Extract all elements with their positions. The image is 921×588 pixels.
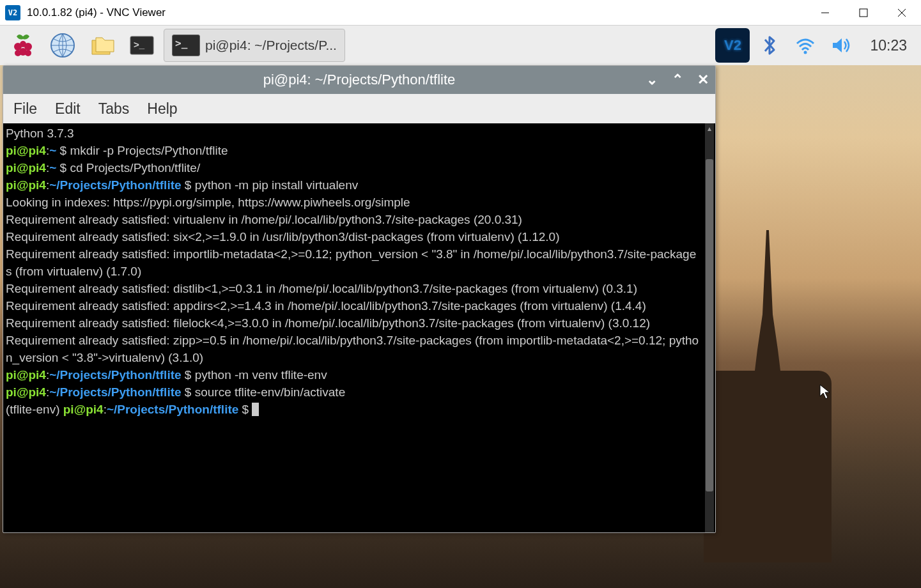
web-browser-launcher[interactable]: [45, 29, 81, 62]
vnc-viewer-icon: V2: [5, 5, 20, 20]
svg-point-3: [20, 41, 26, 47]
bluetooth-tray-icon[interactable]: [754, 29, 786, 61]
windows-title-text: 10.0.1.82 (pi4) - VNC Viewer: [27, 6, 166, 19]
svg-point-5: [15, 50, 21, 56]
terminal-menu-edit[interactable]: Edit: [55, 100, 81, 118]
terminal-text[interactable]: Python 3.7.3 pi@pi4:~ $ mkdir -p Project…: [3, 123, 704, 419]
terminal-title-text: pi@pi4: ~/Projects/Python/tflite: [263, 72, 456, 88]
terminal-menu-bar: File Edit Tabs Help: [3, 94, 715, 123]
terminal-window: pi@pi4: ~/Projects/Python/tflite ⌄ ⌃ ✕ F…: [3, 65, 716, 533]
terminal-scrollbar[interactable]: ▴: [705, 123, 714, 532]
svg-text:>_: >_: [134, 39, 145, 50]
terminal-output-area[interactable]: Python 3.7.3 pi@pi4:~ $ mkdir -p Project…: [3, 123, 715, 532]
terminal-roll-down-button[interactable]: ⌄: [646, 72, 658, 88]
taskbar-terminal-window-button[interactable]: pi@pi4: ~/Projects/P...: [164, 29, 345, 62]
volume-tray-icon[interactable]: [825, 29, 857, 61]
svg-rect-0: [860, 9, 867, 17]
raspberry-menu-button[interactable]: [5, 29, 41, 62]
svg-point-10: [804, 51, 807, 54]
terminal-menu-help[interactable]: Help: [147, 100, 177, 118]
terminal-menu-file[interactable]: File: [13, 100, 37, 118]
remote-desktop: >_ pi@pi4: ~/Projects/P... V2: [0, 26, 921, 588]
vnc-server-tray-icon[interactable]: V2: [715, 28, 750, 63]
windows-maximize-button[interactable]: [844, 0, 883, 26]
scrollbar-thumb[interactable]: [706, 159, 713, 491]
windows-title-bar: V2 10.0.1.82 (pi4) - VNC Viewer: [0, 0, 921, 26]
terminal-title-bar[interactable]: pi@pi4: ~/Projects/Python/tflite ⌄ ⌃ ✕: [3, 66, 715, 94]
terminal-icon: [172, 35, 200, 56]
svg-point-6: [25, 50, 31, 56]
scrollbar-up-arrow-icon[interactable]: ▴: [705, 123, 714, 134]
terminal-close-button[interactable]: ✕: [697, 72, 709, 88]
file-manager-launcher[interactable]: [84, 29, 120, 62]
terminal-launcher[interactable]: >_: [124, 29, 160, 62]
terminal-roll-up-button[interactable]: ⌃: [672, 72, 683, 88]
taskbar-button-label: pi@pi4: ~/Projects/P...: [205, 38, 337, 53]
wifi-tray-icon[interactable]: [789, 29, 821, 61]
mouse-cursor-icon: [819, 383, 832, 403]
raspberry-pi-taskbar: >_ pi@pi4: ~/Projects/P... V2: [0, 26, 921, 65]
taskbar-clock[interactable]: 10:23: [861, 37, 916, 54]
windows-minimize-button[interactable]: [806, 0, 844, 26]
windows-close-button[interactable]: [883, 0, 921, 26]
terminal-menu-tabs[interactable]: Tabs: [98, 100, 130, 118]
